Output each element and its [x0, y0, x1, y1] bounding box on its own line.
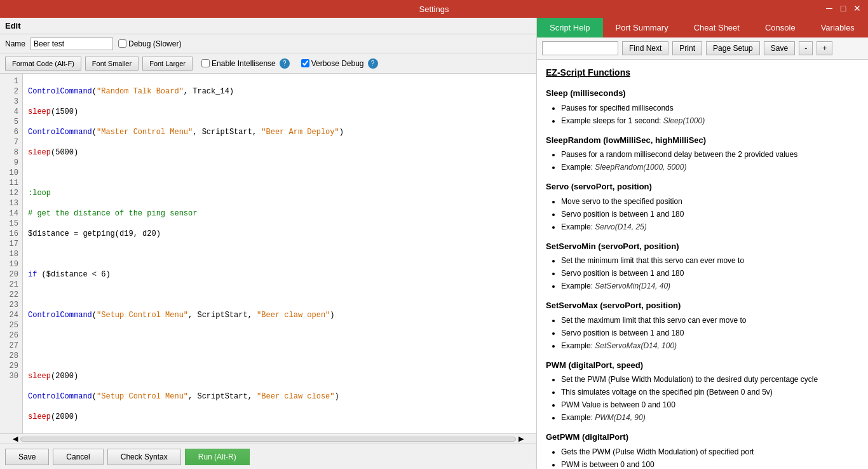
cheat-sheet-content: EZ-Script Functions Sleep (milliseconds)…	[537, 60, 868, 469]
func-sleeprandom-bullet-2: Example: SleepRandom(1000, 5000)	[561, 161, 859, 173]
minimize-button[interactable]: ─	[824, 3, 835, 14]
func-servo-bullet-2: Servo position is between 1 and 180	[561, 208, 859, 220]
func-pwm-list: Set the PWM (Pulse Width Modulation) to …	[546, 374, 859, 423]
tab-variables[interactable]: Variables	[808, 18, 867, 37]
func-pwm-bullet-2: This simulates voltage on the specified …	[561, 386, 859, 398]
intellisense-label[interactable]: Enable Intellisense	[201, 59, 276, 68]
run-button[interactable]: Run (Alt-R)	[185, 449, 250, 465]
bottom-bar: Save Cancel Check Syntax Run (Alt-R)	[0, 444, 536, 469]
edit-label: Edit	[5, 21, 21, 31]
zoom-plus-button[interactable]: +	[817, 41, 832, 55]
main-container: Edit Name Debug (Slower) Format Code (Al…	[0, 18, 868, 469]
debug-checkbox[interactable]	[118, 39, 126, 48]
func-sleep-bullet-1: Pauses for specified milliseconds	[561, 102, 859, 114]
func-setservomax-bullet-2: Servo position is between 1 and 180	[561, 327, 859, 339]
find-next-button[interactable]: Find Next	[622, 41, 668, 55]
verbose-help-icon[interactable]: ?	[368, 58, 378, 69]
func-setservomin-bullet-3: Example: SetServoMin(D14, 40)	[561, 280, 859, 292]
save-button[interactable]: Save	[5, 449, 49, 465]
tab-script-help[interactable]: Script Help	[537, 18, 603, 37]
func-setservomax-title: SetServoMax (servoPort, position)	[546, 299, 859, 312]
intellisense-help-icon[interactable]: ?	[280, 58, 290, 69]
tab-cheat-sheet[interactable]: Cheat Sheet	[681, 18, 752, 37]
debug-checkbox-label[interactable]: Debug (Slower)	[118, 39, 181, 48]
func-pwm-bullet-4: Example: PWM(D14, 90)	[561, 412, 859, 423]
right-panel: Script Help Port Summary Cheat Sheet Con…	[537, 18, 868, 469]
verbose-label[interactable]: Verbose Debug	[301, 59, 364, 68]
right-tabs: Script Help Port Summary Cheat Sheet Con…	[537, 18, 868, 37]
func-sleeprandom-list: Pauses for a random millisecond delay be…	[546, 149, 859, 173]
func-setservomin-bullet-2: Servo position is between 1 and 180	[561, 268, 859, 279]
maximize-button[interactable]: □	[837, 3, 849, 14]
window-controls: ─ □ ✕	[824, 3, 863, 14]
func-setservomax-bullet-3: Example: SetServoMax(D14, 100)	[561, 340, 859, 351]
save-right-button[interactable]: Save	[764, 41, 795, 55]
intellisense-checkbox[interactable]	[201, 59, 210, 67]
title-bar: Settings ─ □ ✕	[0, 0, 868, 18]
func-pwm-bullet-1: Set the PWM (Pulse Width Modulation) to …	[561, 374, 859, 385]
horizontal-scrollbar[interactable]: ◀ ▶	[0, 433, 536, 444]
func-sleeprandom-bullet-1: Pauses for a random millisecond delay be…	[561, 149, 859, 160]
search-bar: Find Next Print Page Setup Save - +	[537, 37, 868, 60]
format-code-button[interactable]: Format Code (Alt-F)	[5, 57, 81, 71]
func-getpwm-title: GetPWM (digitalPort)	[546, 431, 859, 444]
func-sleep-bullet-2: Example sleeps for 1 second: Sleep(1000)	[561, 115, 859, 126]
title-text: Settings	[419, 4, 449, 14]
func-getpwm-bullet-1: Gets the PWM (Pulse Width Modulation) of…	[561, 446, 859, 458]
func-setservomax-list: Set the maximum limit that this servo ca…	[546, 315, 859, 351]
edit-bar: Edit	[0, 18, 536, 34]
func-setservomax-bullet-1: Set the maximum limit that this servo ca…	[561, 315, 859, 326]
search-input[interactable]	[542, 41, 618, 55]
tab-console[interactable]: Console	[752, 18, 808, 37]
cancel-button[interactable]: Cancel	[53, 449, 103, 465]
print-button[interactable]: Print	[672, 41, 702, 55]
func-pwm-bullet-3: PWM Value is between 0 and 100	[561, 399, 859, 411]
func-servo-bullet-3: Example: Servo(D14, 25)	[561, 221, 859, 233]
font-larger-button[interactable]: Font Larger	[142, 57, 193, 71]
cheat-sheet-title: EZ-Script Functions	[546, 66, 859, 79]
func-sleep-title: Sleep (milliseconds)	[546, 87, 859, 100]
verbose-checkbox[interactable]	[301, 59, 309, 67]
func-setservomin-bullet-1: Set the minimum limit that this servo ca…	[561, 255, 859, 266]
tab-port-summary[interactable]: Port Summary	[603, 18, 681, 37]
scroll-track[interactable]	[20, 437, 516, 442]
name-bar: Name Debug (Slower)	[0, 34, 536, 53]
code-editor[interactable]: ControlCommand("Random Talk Board", Trac…	[23, 74, 536, 433]
func-sleep-list: Pauses for specified milliseconds Exampl…	[546, 102, 859, 126]
close-button[interactable]: ✕	[851, 3, 863, 14]
func-getpwm-bullet-2: PWM is between 0 and 100	[561, 459, 859, 470]
left-panel: Edit Name Debug (Slower) Format Code (Al…	[0, 18, 537, 469]
func-pwm-title: PWM (digitalPort, speed)	[546, 359, 859, 372]
func-getpwm-list: Gets the PWM (Pulse Width Modulation) of…	[546, 446, 859, 470]
func-servo-list: Move servo to the specified position Ser…	[546, 196, 859, 233]
line-numbers: 12345 678910 1112131415 1617181920 21222…	[0, 74, 23, 433]
func-setservomin-title: SetServoMin (servoPort, position)	[546, 240, 859, 253]
content-row: Edit Name Debug (Slower) Format Code (Al…	[0, 18, 868, 469]
name-input[interactable]	[31, 37, 113, 50]
font-smaller-button[interactable]: Font Smaller	[85, 57, 139, 71]
zoom-minus-button[interactable]: -	[799, 41, 813, 55]
func-setservomin-list: Set the minimum limit that this servo ca…	[546, 255, 859, 292]
page-setup-button[interactable]: Page Setup	[706, 41, 760, 55]
check-syntax-button[interactable]: Check Syntax	[107, 449, 181, 465]
func-servo-bullet-1: Move servo to the specified position	[561, 196, 859, 207]
name-label: Name	[5, 39, 25, 48]
code-container: 12345 678910 1112131415 1617181920 21222…	[0, 74, 536, 433]
func-sleeprandom-title: SleepRandom (lowMilliSec, highMilliSec)	[546, 134, 859, 147]
toolbar-bar: Format Code (Alt-F) Font Smaller Font La…	[0, 53, 536, 74]
func-servo-title: Servo (servoPort, position)	[546, 180, 859, 193]
